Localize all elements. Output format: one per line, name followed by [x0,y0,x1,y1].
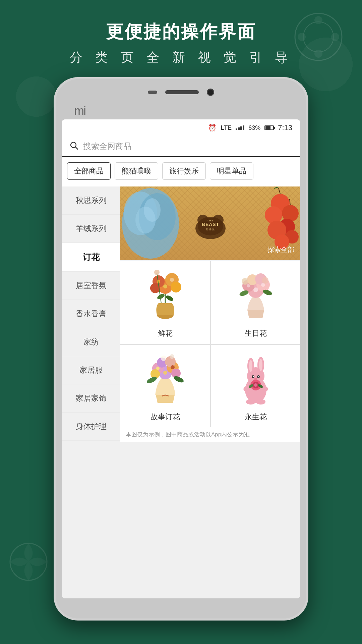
phone-mockup: mi ⏰ LTE 63% 7:13 [54,77,308,621]
sidebar-item-decor[interactable]: 家居家饰 [62,384,120,413]
product-label-4: 永生花 [211,412,300,422]
svg-point-51 [247,284,250,287]
signal-bar-2 [238,127,240,130]
phone-screen: ⏰ LTE 63% 7:13 [62,119,300,598]
sidebar-item-textile[interactable]: 家纺 [62,328,120,356]
svg-point-92 [256,399,265,405]
tab-all-products[interactable]: 全部商品 [67,162,111,180]
product-label-3: 故事订花 [120,412,210,422]
svg-point-88 [254,383,257,387]
svg-point-14 [144,198,161,222]
svg-point-66 [171,365,175,369]
phone-camera [207,89,214,96]
svg-point-37 [171,282,181,292]
header-subtitle: 分 类 页 全 新 视 觉 引 导 [0,49,362,66]
svg-point-70 [170,354,174,359]
banner-logo: THE BEAST 野兽派 [189,207,232,240]
tab-panda[interactable]: 熊猫噗噗 [115,162,158,180]
product-grid: 鲜花 [120,261,300,427]
product-image-4 [211,345,300,409]
phone-sensor [148,91,157,94]
product-image-1 [120,261,210,325]
svg-point-44 [154,270,160,275]
svg-point-76 [259,359,262,371]
signal-bar-1 [236,128,237,130]
banner-flowers-left [120,186,194,260]
sidebar-item-aroma[interactable]: 居室香氛 [62,272,120,300]
sidebar-item-bodycare[interactable]: 身体护理 [62,413,120,441]
sidebar-item-flowers[interactable]: 订花 [62,243,120,272]
phone-inner: mi ⏰ LTE 63% 7:13 [56,79,306,619]
product-card-birthday-flowers[interactable]: 生日花 [211,261,300,344]
svg-point-6 [10,543,47,580]
sidebar: 秋思系列 羊绒系列 订花 居室香氛 香水香膏 家纺 家居服 家居家饰 身体护理 [62,186,120,598]
product-label-1: 鲜花 [120,328,210,338]
header-area: 更便捷的操作界面 分 类 页 全 新 视 觉 引 导 [0,20,362,66]
tab-travel[interactable]: 旅行娱乐 [162,162,206,180]
svg-line-23 [290,199,290,205]
svg-point-39 [165,294,174,302]
svg-text:BEAST: BEAST [201,222,219,227]
sidebar-item-cashmere[interactable]: 羊绒系列 [62,215,120,243]
svg-text:THE: THE [207,219,214,222]
svg-point-50 [253,287,258,292]
svg-point-55 [242,278,248,285]
clock-icon: ⏰ [208,124,217,132]
svg-point-83 [258,377,263,380]
search-icon [70,141,78,151]
svg-point-17 [265,206,282,224]
battery-fill [265,126,270,129]
svg-line-22 [279,188,280,194]
tab-star-products[interactable]: 明星单品 [210,162,253,180]
banner-explore-text[interactable]: 探索全部 [267,245,294,254]
product-card-preserved-flowers[interactable]: 永生花 [211,345,300,427]
content-area: THE BEAST 野兽派 探索全部 [120,186,300,598]
deco-bottom-left [7,540,50,584]
category-tabs: 全部商品 熊猫噗噗 旅行娱乐 明星单品 [62,157,300,186]
battery-percentage: 63% [248,124,260,131]
lte-indicator: LTE [221,124,232,131]
svg-point-64 [163,371,167,375]
product-card-fresh-flowers[interactable]: 鲜花 [120,261,210,344]
disclaimer-text: 本图仅为示例，图中商品或活动以App内公示为准 [120,427,300,442]
signal-bar-4 [243,125,244,130]
phone-notch-area [148,89,214,96]
svg-point-65 [156,367,160,370]
search-input[interactable]: 搜索全网商品 [83,141,292,152]
svg-line-9 [75,147,78,149]
product-image-2 [211,261,300,325]
mi-logo: mi [74,103,93,120]
sidebar-item-autumn[interactable]: 秋思系列 [62,186,120,215]
sidebar-item-homewear[interactable]: 家居服 [62,356,120,384]
sidebar-item-perfume[interactable]: 香水香膏 [62,300,120,328]
signal-indicator [236,125,244,130]
svg-point-56 [262,277,268,284]
main-content: 秋思系列 羊绒系列 订花 居室香氛 香水香膏 家纺 家居服 家居家饰 身体护理 [62,186,300,598]
status-bar: ⏰ LTE 63% 7:13 [62,119,300,136]
product-label-2: 生日花 [211,328,300,338]
header-title: 更便捷的操作界面 [0,20,362,44]
svg-point-42 [170,278,174,282]
signal-bar-3 [240,126,242,130]
svg-point-40 [163,284,167,288]
battery-icon [264,125,274,130]
product-card-story-flowers[interactable]: 故事订花 [120,345,210,427]
product-image-3 [120,345,210,409]
svg-point-69 [161,356,166,361]
svg-text:mi: mi [74,104,85,117]
svg-point-91 [246,399,255,405]
svg-text:野兽派: 野兽派 [206,228,215,230]
banner[interactable]: THE BEAST 野兽派 探索全部 [120,186,300,260]
phone-speaker [165,90,199,94]
search-bar[interactable]: 搜索全网商品 [62,136,300,157]
status-time: 7:13 [278,123,292,132]
svg-point-75 [249,360,252,372]
svg-point-82 [248,377,253,380]
svg-point-79 [253,376,254,377]
svg-point-80 [258,376,259,377]
